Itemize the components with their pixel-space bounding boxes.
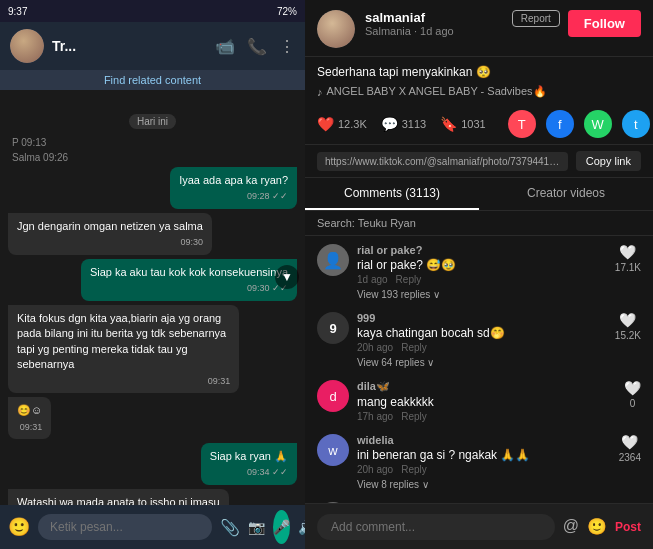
likes-count: 12.3K	[338, 118, 367, 130]
message-input[interactable]	[38, 514, 212, 540]
stats-bar: ❤️ 12.3K 💬 3113 🔖 1031 T f W t in ↗	[305, 104, 653, 145]
tab-creator-videos[interactable]: Creator videos	[479, 178, 653, 210]
comment-meta: 17h ago Reply	[357, 411, 612, 422]
whatsapp-share-icon[interactable]: W	[584, 110, 612, 138]
creator-avatar	[317, 10, 355, 48]
like-count: 15.2K	[615, 330, 641, 341]
message-text: Iyaa ada apa ka ryan?	[179, 174, 288, 186]
comment-content: dila🦋 mang eakkkkk 17h ago Reply	[357, 380, 612, 422]
comment-like-action[interactable]: 🤍 0	[624, 380, 641, 409]
copy-link-button[interactable]: Copy link	[576, 151, 641, 171]
comment-like-action[interactable]: 🤍 17.1K	[615, 244, 641, 273]
message-time: 09:30 ✓✓	[90, 282, 288, 295]
like-count: 17.1K	[615, 262, 641, 273]
emoji-picker-icon[interactable]: 🙂	[587, 517, 607, 536]
creator-info: salmaniaf Salmania · 1d ago	[365, 10, 502, 37]
tiktok-header: salmaniaf Salmania · 1d ago Report Follo…	[305, 0, 653, 57]
share-icons: T f W t in ↗	[508, 110, 653, 138]
follow-button[interactable]: Follow	[568, 10, 641, 37]
comment-like-action[interactable]: 🤍 15.2K	[615, 312, 641, 341]
bookmarks-stat[interactable]: 🔖 1031	[440, 116, 485, 132]
comment-action-icons: @ 🙂	[563, 517, 607, 536]
like-icon: 🤍	[619, 244, 636, 260]
comment-content: 999 kaya chatingan bocah sd🤭 20h ago Rep…	[357, 312, 603, 368]
music-note-icon: ♪	[317, 86, 323, 98]
like-count: 0	[630, 398, 636, 409]
view-replies-link[interactable]: View 64 replies ∨	[357, 357, 603, 368]
comments-count: 3113	[402, 118, 426, 130]
comment-stat-icon: 💬	[381, 116, 398, 132]
phone-icon[interactable]: 📞	[247, 37, 267, 56]
like-icon: 🤍	[619, 312, 636, 328]
list-item: d dila🦋 mang eakkkkk 17h ago Reply 🤍 0	[317, 380, 641, 422]
mic-button[interactable]: 🎤	[273, 510, 290, 544]
list-item: 👤 rial or pake? rial or pake? 😅🥹 1d ago …	[317, 244, 641, 300]
music-title: ANGEL BABY X ANGEL BABY - Sadvibes🔥	[327, 85, 547, 98]
at-icon[interactable]: @	[563, 517, 579, 536]
avatar	[10, 29, 44, 63]
view-replies-link[interactable]: View 193 replies ∨	[357, 289, 603, 300]
commenter-name: 999	[357, 312, 603, 324]
camera-icon[interactable]: 📷	[248, 519, 265, 535]
reply-link[interactable]: Reply	[401, 342, 427, 353]
comment-like-action[interactable]: 🤍 2364	[619, 434, 641, 463]
likes-stat[interactable]: ❤️ 12.3K	[317, 116, 367, 132]
link-bar: https://www.tiktok.com/@salmaniaf/photo/…	[305, 145, 653, 178]
reply-link[interactable]: Reply	[401, 464, 427, 475]
creator-username[interactable]: salmaniaf	[365, 10, 502, 25]
tab-comments[interactable]: Comments (3113)	[305, 178, 479, 210]
message-text: Siap ka ryan 🙏	[210, 450, 288, 462]
attach-icon[interactable]: 📎	[220, 518, 240, 537]
bookmark-stat-icon: 🔖	[440, 116, 457, 132]
like-icon: 🤍	[621, 434, 638, 450]
twitter-share-icon[interactable]: t	[622, 110, 650, 138]
commenter-avatar: 👤	[317, 244, 349, 276]
chat-messages: Hari ini P 09:13 Salma 09:26 Iyaa ada ap…	[0, 90, 305, 505]
time-display: 9:37	[8, 6, 27, 17]
video-caption: Sederhana tapi menyakinkan 🥺	[305, 57, 653, 83]
speaker-icon[interactable]: 🔊	[298, 519, 305, 535]
table-row: Jgn dengarin omgan netizen ya salma 09:3…	[8, 213, 212, 255]
bookmarks-count: 1031	[461, 118, 485, 130]
chat-action-icons[interactable]: 📹 📞 ⋮	[215, 37, 295, 56]
comment-input[interactable]	[317, 514, 555, 540]
facebook-share-icon[interactable]: f	[546, 110, 574, 138]
message-text: Watashi wa mada anata to issho ni imasu	[17, 496, 220, 505]
message-text: Jgn dengarin omgan netizen ya salma	[17, 220, 203, 232]
comment-search-bar: Search: Teuku Ryan	[305, 211, 653, 236]
commenter-name: dila🦋	[357, 380, 612, 393]
post-comment-button[interactable]: Post	[615, 520, 641, 534]
list-item: w widelia ini beneran ga si ? ngakak 🙏🙏 …	[317, 434, 641, 490]
report-badge[interactable]: Report	[512, 10, 560, 27]
comments-stat[interactable]: 💬 3113	[381, 116, 426, 132]
reply-link[interactable]: Reply	[396, 274, 422, 285]
heart-stat-icon: ❤️	[317, 116, 334, 132]
comment-text: kaya chatingan bocah sd🤭	[357, 326, 603, 340]
video-call-icon[interactable]: 📹	[215, 37, 235, 56]
comment-content: widelia ini beneran ga si ? ngakak 🙏🙏 20…	[357, 434, 607, 490]
table-row: Siap ka aku tau kok kok konsekuensinya 0…	[81, 259, 297, 301]
tiktok-panel: salmaniaf Salmania · 1d ago Report Follo…	[305, 0, 653, 549]
message-time: 09:28 ✓✓	[179, 190, 288, 203]
comment-time: 20h ago	[357, 464, 393, 475]
comment-text: rial or pake? 😅🥹	[357, 258, 603, 272]
comment-input-bar: @ 🙂 Post	[305, 503, 653, 549]
table-row: Siap ka ryan 🙏 09:34 ✓✓	[201, 443, 297, 485]
timestamp-salma: Salma 09:26	[8, 152, 68, 163]
find-related-text: Find related content	[104, 74, 201, 86]
message-text: Siap ka aku tau kok kok konsekuensinya	[90, 266, 288, 278]
reply-link[interactable]: Reply	[401, 411, 427, 422]
message-text: Kita fokus dgn kita yaa,biarin aja yg or…	[17, 312, 226, 370]
chat-header: Tr... 📹 📞 ⋮	[0, 22, 305, 70]
find-related-bar[interactable]: Find related content	[0, 70, 305, 90]
view-replies-link[interactable]: View 8 replies ∨	[357, 479, 607, 490]
scroll-down-button[interactable]: ▼	[275, 265, 299, 289]
message-time: 09:31	[17, 375, 230, 388]
date-separator: Hari ini	[129, 114, 176, 129]
chat-info: Tr...	[52, 38, 207, 54]
emoji-icon[interactable]: 🙂	[8, 516, 30, 538]
more-options-icon[interactable]: ⋮	[279, 37, 295, 56]
tiktok-share-icon[interactable]: T	[508, 110, 536, 138]
comment-meta: 20h ago Reply	[357, 464, 607, 475]
table-row: Iyaa ada apa ka ryan? 09:28 ✓✓	[170, 167, 297, 209]
